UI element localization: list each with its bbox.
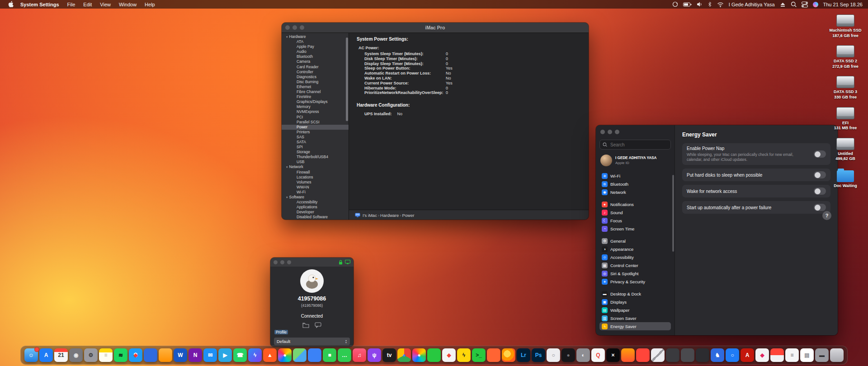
- sysinfo-sidebar-item-fibre-channel[interactable]: Fibre Channel: [282, 89, 349, 94]
- dock-icon-podcasts[interactable]: ψ: [368, 348, 381, 362]
- settings-sidebar-item-desktop-dock[interactable]: ▬Desktop & Dock: [599, 290, 671, 298]
- dock-icon-photoshop[interactable]: Ps: [532, 348, 545, 362]
- dock-icon-telegram[interactable]: ▶: [218, 348, 232, 362]
- toggle-switch[interactable]: [814, 150, 826, 158]
- settings-sidebar-item-bluetooth[interactable]: BBluetooth: [599, 180, 671, 188]
- dock-icon-tv[interactable]: tv: [382, 348, 396, 362]
- sysinfo-sidebar-item-apple-pay[interactable]: Apple Pay: [282, 44, 349, 49]
- sysinfo-sidebar-section-hardware[interactable]: ▾Hardware: [282, 34, 349, 39]
- dock-icon-photos[interactable]: ●: [278, 348, 292, 362]
- close-button[interactable]: [274, 260, 278, 264]
- sysinfo-sidebar-item-disc-burning[interactable]: Disc Burning: [282, 80, 349, 84]
- dock-icon-finder[interactable]: ☺: [24, 348, 38, 362]
- battery-icon[interactable]: [683, 2, 692, 7]
- settings-sidebar-item-notifications[interactable]: ●Notifications: [599, 200, 671, 208]
- dock-icon-search-app[interactable]: ○: [726, 348, 739, 362]
- dock-icon-red-orange-app[interactable]: [487, 348, 500, 362]
- settings-sidebar-item-wi-fi[interactable]: ≋Wi-Fi: [599, 172, 671, 180]
- desktop-icon-data-ssd-3[interactable]: DATA SSD 3330 GB free: [825, 76, 866, 99]
- toggle-switch[interactable]: [814, 188, 826, 195]
- settings-sidebar-item-network[interactable]: ◉Network: [599, 188, 671, 196]
- sysinfo-sidebar-item-sata[interactable]: SATA: [282, 140, 349, 145]
- dock-icon-black-circle-app[interactable]: ●: [561, 348, 575, 362]
- file-transfer-icon[interactable]: [302, 322, 309, 328]
- eject-icon[interactable]: [780, 2, 786, 7]
- settings-sidebar-item-screen-time[interactable]: ◔Screen Time: [599, 225, 671, 233]
- anydesk-titlebar[interactable]: [270, 258, 354, 267]
- dock-icon-messenger[interactable]: ϟ: [248, 348, 262, 362]
- dock-icon-spotify[interactable]: ≋: [114, 348, 127, 362]
- dock-icon-x-app[interactable]: ×: [606, 348, 620, 362]
- dock-icon-qq[interactable]: Q: [591, 348, 605, 362]
- dock-icon-blue-app[interactable]: [144, 348, 157, 362]
- dock-icon-orange-app[interactable]: [159, 348, 172, 362]
- sysinfo-sidebar-item-bluetooth[interactable]: Bluetooth: [282, 54, 349, 59]
- sidebar-scrollbar[interactable]: [672, 175, 674, 252]
- dock-icon-word[interactable]: W: [174, 348, 187, 362]
- dock-icon-green-app[interactable]: [427, 348, 441, 362]
- sidebar-scrollbar[interactable]: [346, 38, 348, 121]
- dock-icon-lightroom[interactable]: Lr: [517, 348, 530, 362]
- sysinfo-sidebar-item-wi-fi[interactable]: Wi-Fi: [282, 190, 349, 195]
- sysinfo-sidebar-item-usb[interactable]: USB: [282, 160, 349, 164]
- sysinfo-sidebar-item-ethernet[interactable]: Ethernet: [282, 84, 349, 89]
- sysinfo-sidebar-item-ata[interactable]: ATA: [282, 39, 349, 44]
- dock-icon-trash[interactable]: [830, 348, 844, 362]
- dock-icon-onenote[interactable]: N: [189, 348, 202, 362]
- close-button[interactable]: [600, 130, 605, 134]
- profile-dropdown[interactable]: Default ▲▼: [274, 338, 350, 345]
- toggle-switch[interactable]: [814, 204, 826, 211]
- sysinfo-sidebar-item-nvmexpress[interactable]: NVMExpress: [282, 109, 349, 114]
- desktop-icon-machintosh-ssd[interactable]: Machintosh SSD187,6 GB free: [825, 14, 866, 38]
- volume-icon[interactable]: [697, 1, 703, 7]
- apple-menu[interactable]: [5, 1, 16, 8]
- menu-help[interactable]: Help: [141, 2, 159, 7]
- dock-icon-gray-sphere-app[interactable]: ◐: [576, 348, 590, 362]
- sysinfo-sidebar-section-software[interactable]: ▾Software: [282, 195, 349, 200]
- settings-sidebar-item-wallpaper[interactable]: ▤Wallpaper: [599, 306, 671, 314]
- zoom-button[interactable]: [287, 260, 291, 264]
- sysinfo-sidebar-item-storage[interactable]: Storage: [282, 150, 349, 155]
- toggle-switch[interactable]: [814, 171, 826, 178]
- settings-sidebar-item-control-center[interactable]: ▦Control Center: [599, 261, 671, 269]
- dock-icon-printer-app[interactable]: ▬: [815, 348, 829, 362]
- sysinfo-sidebar-item-controller[interactable]: Controller: [282, 70, 349, 75]
- desktop-icon-data-ssd-2[interactable]: DATA SSD 2272,9 GB free: [825, 45, 866, 69]
- settings-sidebar-item-appearance[interactable]: ◑Appearance: [599, 245, 671, 253]
- sysinfo-sidebar-section-network[interactable]: ▾Network: [282, 164, 349, 169]
- sysinfo-sidebar-item-applications[interactable]: Applications: [282, 205, 349, 210]
- dock-icon-firefox[interactable]: [502, 348, 515, 362]
- settings-sidebar-item-focus[interactable]: ☾Focus: [599, 216, 671, 225]
- settings-sidebar-item-sound[interactable]: ♪Sound: [599, 208, 671, 216]
- sysinfo-sidebar-item-developer[interactable]: Developer: [282, 210, 349, 215]
- search-input[interactable]: [609, 142, 668, 148]
- dock-icon-blue-cloud-app[interactable]: [308, 348, 321, 362]
- zoom-button[interactable]: [300, 25, 304, 30]
- dock-icon-zap-app[interactable]: ϟ: [457, 348, 471, 362]
- dock-icon-maps[interactable]: [293, 348, 307, 362]
- sysinfo-sidebar-item-parallel-scsi[interactable]: Parallel SCSI: [282, 120, 349, 125]
- settings-sidebar-item-siri-spotlight[interactable]: ◎Siri & Spotlight: [599, 269, 671, 277]
- menu-bar-clock[interactable]: Thu 21 Sep 18.26: [823, 2, 863, 7]
- zoom-button[interactable]: [615, 130, 619, 134]
- dock-icon-green-terminal[interactable]: >_: [472, 348, 486, 362]
- stats-icon[interactable]: [672, 1, 678, 7]
- sysinfo-sidebar-item-accessibility[interactable]: Accessibility: [282, 200, 349, 205]
- sysinfo-sidebar-item-locations[interactable]: Locations: [282, 175, 349, 180]
- dock-icon-red-app[interactable]: [636, 348, 650, 362]
- desktop-icon-efi[interactable]: EFI131 MB free: [825, 107, 866, 131]
- dock-icon-flame-app[interactable]: [621, 348, 635, 362]
- dock-icon-facetime[interactable]: ■: [323, 348, 336, 362]
- spotlight-icon[interactable]: [791, 1, 797, 7]
- dock-icon-anydesk[interactable]: ◆: [442, 348, 456, 362]
- dock-icon-photo-booth[interactable]: ◉: [69, 348, 83, 362]
- minimize-button[interactable]: [280, 260, 284, 264]
- sysinfo-sidebar-item-camera[interactable]: Camera: [282, 59, 349, 64]
- dock-icon-dark-app-2[interactable]: [681, 348, 694, 362]
- dock-icon-notes[interactable]: ≡: [99, 348, 113, 362]
- dock-icon-dark-app-1[interactable]: [666, 348, 679, 362]
- dock-icon-acrobat[interactable]: A: [741, 348, 754, 362]
- close-button[interactable]: [285, 25, 290, 30]
- search-field[interactable]: [599, 140, 671, 150]
- dock-icon-calendar[interactable]: 21: [54, 348, 68, 362]
